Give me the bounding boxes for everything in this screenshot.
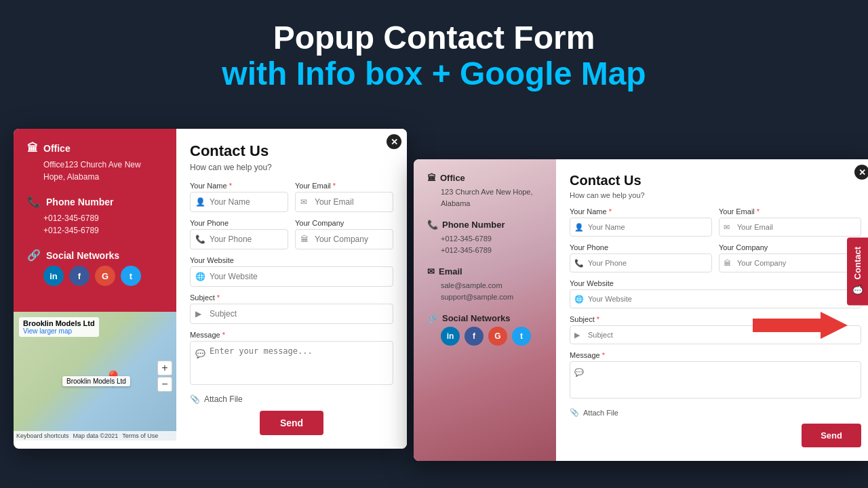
attach-row-left[interactable]: 📎 Attach File [190, 394, 393, 404]
linkedin-icon-right[interactable]: in [441, 327, 460, 346]
contact-tab-icon: 💬 [852, 285, 863, 296]
office-section: 🏛 Office Office123 Church Ave New Hope, … [27, 142, 163, 183]
attach-label: Attach File [204, 394, 243, 404]
page-header: Popup Contact Form with Info box + Googl… [0, 0, 868, 106]
phone-input-right[interactable] [570, 253, 712, 272]
map-title: Brooklin Models Ltd [23, 319, 95, 327]
company-input-wrap-right: 🏛 [719, 253, 861, 272]
phone-section: 📞 Phone Number +012-345-6789 +012-345-67… [27, 195, 163, 237]
form-group-phone: Your Phone 📞 [190, 219, 288, 249]
phone-input[interactable] [190, 229, 288, 249]
map-text: Brooklin Models Ltd [62, 376, 130, 386]
linkedin-icon[interactable]: in [43, 266, 64, 286]
form-row-name-email-right: Your Name * 👤 Your Email * ✉ [570, 207, 861, 237]
office-title: 🏛 Office [27, 142, 163, 155]
office-title-right: 🏛 Office [427, 173, 542, 183]
form-group-email: Your Email * ✉ [295, 182, 393, 212]
map-controls: + − [157, 361, 172, 392]
email2-right: support@sample.com [427, 291, 542, 303]
form-row-message-right: Message * 💬 [570, 351, 861, 401]
form-panel-right: ✕ Contact Us How can we help you? Your N… [556, 159, 868, 461]
twitter-icon-right[interactable]: t [512, 327, 531, 346]
email-icon-right: ✉ [427, 266, 435, 277]
name-input-right[interactable] [570, 218, 712, 237]
website-input-wrap-right: 🌐 [570, 289, 861, 308]
facebook-icon-right[interactable]: f [465, 327, 484, 346]
website-input-wrap: 🌐 [190, 266, 393, 287]
social-title: 🔗 Social Networks [27, 249, 163, 262]
form-group-subject: Subject * ▶ [190, 293, 393, 324]
office-icon: 🏛 [27, 142, 38, 155]
send-button-right[interactable]: Send [802, 424, 861, 447]
map-zoom-in[interactable]: + [157, 361, 172, 375]
social-icon: 🔗 [27, 249, 41, 262]
red-arrow [753, 312, 848, 339]
phone1-right: +012-345-6789 [427, 233, 542, 245]
close-button-right[interactable]: ✕ [854, 165, 868, 180]
form-row-website-right: Your Website 🌐 [570, 279, 861, 308]
phone2: +012-345-6789 [27, 224, 163, 237]
message-input-right[interactable] [570, 361, 861, 399]
email-input[interactable] [295, 192, 393, 212]
social-title-right: 🔗 Social Networks [427, 313, 542, 323]
facebook-icon[interactable]: f [69, 266, 90, 286]
form-row-name-email: Your Name * 👤 Your Email * ✉ [190, 182, 393, 212]
google-icon-right[interactable]: G [488, 327, 507, 346]
map-footer-text: Keyboard shortcuts [16, 432, 69, 439]
form-group-company-right: Your Company 🏛 [719, 243, 861, 272]
name-input[interactable] [190, 192, 288, 212]
form-group-message-right: Message * 💬 [570, 351, 861, 401]
message-input-wrap-right: 💬 [570, 361, 861, 401]
contact-tab[interactable]: 💬 Contact [847, 237, 868, 305]
form-title-left: Contact Us [190, 142, 393, 160]
company-label: Your Company [295, 219, 393, 227]
form-panel-left: ✕ Contact Us How can we help you? Your N… [176, 129, 407, 449]
phone-label-right: Your Phone [570, 243, 712, 251]
send-button-left[interactable]: Send [260, 411, 323, 435]
website-label-right: Your Website [570, 279, 861, 287]
website-input[interactable] [190, 266, 393, 287]
message-input[interactable] [190, 341, 393, 385]
email-input-right[interactable] [719, 218, 861, 237]
map-footer: Keyboard shortcuts Map data ©2021 Terms … [14, 431, 176, 441]
map-zoom-out[interactable]: − [157, 377, 172, 392]
office-section-right: 🏛 Office 123 Church Ave New Hope, Alabam… [427, 173, 542, 209]
form-row-message: Message * 💬 [190, 331, 393, 388]
subject-input[interactable] [190, 304, 393, 324]
form-row-subject: Subject * ▶ [190, 293, 393, 324]
company-label-right: Your Company [719, 243, 861, 251]
office-icon-right: 🏛 [427, 173, 436, 183]
attach-row-right[interactable]: 📎 Attach File [570, 408, 861, 417]
form-group-message: Message * 💬 [190, 331, 393, 388]
social-icons-right: in f G t [427, 327, 542, 346]
form-group-name: Your Name * 👤 [190, 182, 288, 212]
name-input-wrap-right: 👤 [570, 218, 712, 237]
popup-left: 🏛 Office Office123 Church Ave New Hope, … [14, 129, 407, 449]
google-icon[interactable]: G [95, 266, 115, 286]
phone-icon: 📞 [27, 195, 41, 208]
phone-input-wrap-right: 📞 [570, 253, 712, 272]
website-input-right[interactable] [570, 289, 861, 308]
map-link[interactable]: View larger map [23, 327, 95, 335]
form-group-company: Your Company 🏛 [295, 219, 393, 249]
phone-icon-right: 📞 [427, 220, 438, 230]
company-input[interactable] [295, 229, 393, 249]
company-input-right[interactable] [719, 253, 861, 272]
message-label: Message * [190, 331, 393, 339]
form-subtitle-right: How can we help you? [570, 191, 861, 199]
close-button-left[interactable]: ✕ [387, 134, 401, 149]
header-line1: Popup Contact Form [0, 20, 868, 56]
company-input-wrap: 🏛 [295, 229, 393, 249]
social-icons: in f G t [27, 266, 163, 286]
form-group-phone-right: Your Phone 📞 [570, 243, 712, 272]
website-label: Your Website [190, 256, 393, 264]
info-sidebar-left: 🏛 Office Office123 Church Ave New Hope, … [14, 129, 176, 312]
phone-label: Your Phone [190, 219, 288, 227]
message-input-wrap: 💬 [190, 341, 393, 388]
phone-input-wrap: 📞 [190, 229, 288, 249]
email-title-right: ✉ Email [427, 266, 542, 277]
twitter-icon[interactable]: t [121, 266, 141, 286]
phone-section-right: 📞 Phone Number +012-345-6789 +012-345-67… [427, 220, 542, 256]
office-address-right: 123 Church Ave New Hope, Alabama [427, 186, 542, 209]
svg-marker-0 [753, 312, 848, 339]
